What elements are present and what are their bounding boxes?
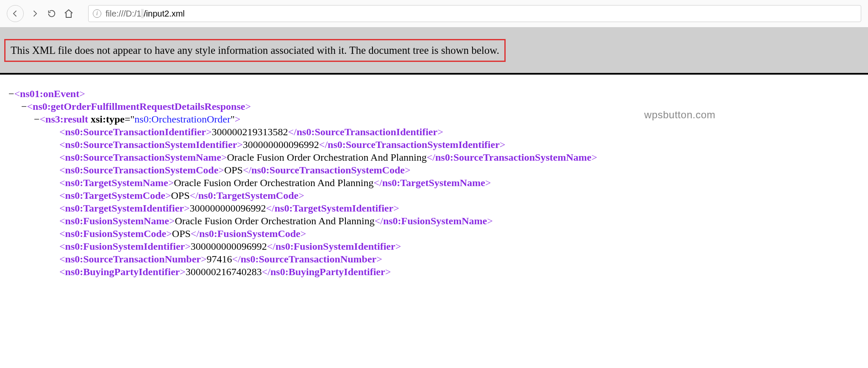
tag-name-close: ns0:FusionSystemCode xyxy=(199,228,300,239)
forward-button[interactable] xyxy=(29,8,41,20)
tag-name: ns0:SourceTransactionNumber xyxy=(65,254,201,265)
xml-leaf: <ns0:SourceTransactionSystemCode>OPS</ns… xyxy=(8,164,860,176)
xml-leaf: <ns0:BuyingPartyIdentifier>3000002167402… xyxy=(8,265,860,278)
tag-name-close: ns0:SourceTransactionSystemName xyxy=(435,152,591,163)
site-info-icon[interactable]: i xyxy=(93,9,101,18)
xml-leaf: <ns0:SourceTransactionSystemName>Oracle … xyxy=(8,151,860,164)
tag-name: ns0:FusionSystemName xyxy=(65,215,169,226)
xml-leaf: <ns0:SourceTransactionIdentifier>3000002… xyxy=(8,125,860,138)
xml-leaf: <ns0:FusionSystemIdentifier>300000000096… xyxy=(8,240,860,253)
collapse-toggle[interactable]: − xyxy=(21,101,27,112)
tag-name: ns0:BuyingPartyIdentifier xyxy=(65,266,180,277)
xml-notice: This XML file does not appear to have an… xyxy=(4,39,506,62)
tag-text: Oracle Fusion Order Orchestration And Pl… xyxy=(175,215,374,226)
back-button[interactable] xyxy=(7,5,24,22)
xml-leaf: <ns0:FusionSystemCode>OPS</ns0:FusionSys… xyxy=(8,227,860,240)
tag-text: OPS xyxy=(224,164,243,176)
tag-name-close: ns0:TargetSystemIdentifier xyxy=(275,203,393,214)
xml-node-response: −<ns0:getOrderFulfillmentRequestDetailsR… xyxy=(8,100,860,113)
tag-name: ns3:result xyxy=(45,114,88,125)
tag-name-close: ns0:SourceTransactionNumber xyxy=(241,254,376,265)
xml-node-result: −<ns3:result xsi:type="ns0:Orchestration… xyxy=(8,113,860,125)
xml-tree: wpsbutton.com −<ns01:onEvent> −<ns0:getO… xyxy=(0,75,868,282)
tag-text: 300000000096992 xyxy=(190,203,266,214)
reload-button[interactable] xyxy=(46,8,58,20)
tag-text: Oracle Fusion Order Orchestration And Pl… xyxy=(227,152,427,163)
tag-text: 97416 xyxy=(207,254,232,265)
watermark: wpsbutton.com xyxy=(644,109,715,121)
tag-name: ns0:getOrderFulfillmentRequestDetailsRes… xyxy=(33,101,245,112)
collapse-toggle[interactable]: − xyxy=(34,114,40,125)
tag-text: 300000216740283 xyxy=(186,266,262,277)
xml-leaf: <ns0:SourceTransactionSystemIdentifier>3… xyxy=(8,138,860,151)
tag-name: ns0:SourceTransactionSystemName xyxy=(65,152,221,163)
xml-leaf: <ns0:SourceTransactionNumber>97416</ns0:… xyxy=(8,253,860,265)
tag-name: ns0:FusionSystemCode xyxy=(65,228,167,239)
tag-name: ns0:TargetSystemCode xyxy=(65,190,165,201)
tag-name: ns01:onEvent xyxy=(20,88,79,99)
url-text: file:///D:/1 /input2.xml xyxy=(106,9,185,19)
tag-name-close: ns0:TargetSystemCode xyxy=(198,190,298,201)
tag-name: ns0:SourceTransactionSystemCode xyxy=(65,164,219,176)
tag-text: 300000000096992 xyxy=(243,139,319,150)
tag-text: OPS xyxy=(171,190,190,201)
address-bar[interactable]: i file:///D:/1 /input2.xml xyxy=(88,5,861,22)
tag-name: ns0:TargetSystemIdentifier xyxy=(65,203,184,214)
tag-name: ns0:SourceTransactionIdentifier xyxy=(65,126,206,137)
tag-name-close: ns0:SourceTransactionIdentifier xyxy=(297,126,437,137)
attr-value: ns0:OrchestrationOrder xyxy=(134,114,231,125)
tag-name: ns0:FusionSystemIdentifier xyxy=(65,241,185,252)
home-button[interactable] xyxy=(63,8,75,20)
xml-node-onevent: −<ns01:onEvent> xyxy=(8,87,860,100)
tag-name-close: ns0:TargetSystemName xyxy=(382,177,485,188)
tag-text: Oracle Fusion Order Orchestration And Pl… xyxy=(174,177,373,188)
tag-name-close: ns0:FusionSystemName xyxy=(383,215,487,226)
notice-area: This XML file does not appear to have an… xyxy=(0,27,868,75)
tag-text: 300000000096992 xyxy=(191,241,267,252)
tag-text: 300000219313582 xyxy=(212,126,288,137)
tag-name: ns0:SourceTransactionSystemIdentifier xyxy=(65,139,237,150)
browser-toolbar: i file:///D:/1 /input2.xml xyxy=(0,0,868,27)
xml-leaf: <ns0:TargetSystemCode>OPS</ns0:TargetSys… xyxy=(8,189,860,202)
tag-name-close: ns0:BuyingPartyIdentifier xyxy=(270,266,385,277)
tag-name: ns0:TargetSystemName xyxy=(65,177,168,188)
xml-notice-text: This XML file does not appear to have an… xyxy=(11,45,499,56)
tag-name-close: ns0:SourceTransactionSystemIdentifier xyxy=(328,139,500,150)
xml-leaf: <ns0:TargetSystemName>Oracle Fusion Orde… xyxy=(8,176,860,189)
xml-leaf: <ns0:TargetSystemIdentifier>300000000096… xyxy=(8,202,860,215)
tag-text: OPS xyxy=(172,228,191,239)
tag-name-close: ns0:FusionSystemIdentifier xyxy=(275,241,395,252)
attr-name: xsi:type xyxy=(91,114,125,125)
xml-leaf: <ns0:FusionSystemName>Oracle Fusion Orde… xyxy=(8,215,860,227)
collapse-toggle[interactable]: − xyxy=(8,88,14,99)
tag-name-close: ns0:SourceTransactionSystemCode xyxy=(251,164,405,176)
